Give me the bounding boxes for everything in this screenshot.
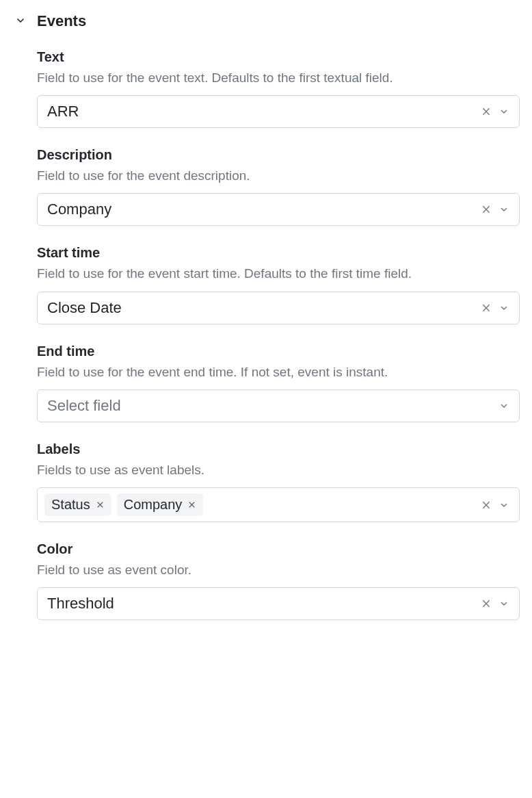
- field-label-color: Color: [37, 541, 520, 557]
- select-text-value: ARR: [47, 103, 79, 120]
- clear-icon[interactable]: [481, 204, 492, 215]
- field-group-labels: Labels Fields to use as event labels. St…: [37, 441, 520, 522]
- select-labels-controls: [481, 500, 509, 511]
- select-description-value: Company: [47, 201, 111, 218]
- chevron-down-icon: [15, 15, 26, 29]
- events-section: Events Text Field to use for the event t…: [12, 11, 520, 639]
- section-body: Events Text Field to use for the event t…: [37, 11, 520, 639]
- chevron-down-icon[interactable]: [498, 500, 509, 511]
- field-label-description: Description: [37, 147, 520, 163]
- section-collapse-toggle[interactable]: [12, 11, 37, 29]
- select-start-time-controls: [481, 303, 509, 313]
- field-label-labels: Labels: [37, 441, 520, 457]
- tag-company: Company: [117, 493, 204, 516]
- field-group-start-time: Start time Field to use for the event st…: [37, 245, 520, 324]
- select-text[interactable]: ARR: [37, 95, 520, 128]
- chevron-down-icon[interactable]: [498, 303, 509, 313]
- clear-icon[interactable]: [481, 303, 492, 313]
- field-group-description: Description Field to use for the event d…: [37, 147, 520, 226]
- clear-icon[interactable]: [481, 500, 492, 511]
- select-description[interactable]: Company: [37, 193, 520, 226]
- field-label-text: Text: [37, 49, 520, 65]
- clear-icon[interactable]: [481, 106, 492, 117]
- field-help-text: Field to use for the event text. Default…: [37, 69, 520, 87]
- field-group-color: Color Field to use as event color. Thres…: [37, 541, 520, 620]
- tag-remove-icon[interactable]: [187, 500, 196, 509]
- tag-status: Status: [44, 493, 111, 516]
- select-start-time-value: Close Date: [47, 299, 122, 317]
- field-group-text: Text Field to use for the event text. De…: [37, 49, 520, 128]
- select-start-time[interactable]: Close Date: [37, 292, 520, 324]
- select-color-value: Threshold: [47, 595, 114, 613]
- field-help-start-time: Field to use for the event start time. D…: [37, 265, 520, 283]
- select-end-time-controls: [498, 400, 509, 411]
- tag-remove-icon[interactable]: [96, 500, 105, 509]
- select-end-time[interactable]: Select field: [37, 389, 520, 422]
- field-help-color: Field to use as event color.: [37, 561, 520, 579]
- select-text-controls: [481, 106, 509, 117]
- tag-label: Company: [124, 497, 183, 513]
- section-title: Events: [37, 12, 520, 30]
- chevron-down-icon[interactable]: [498, 106, 509, 117]
- tag-label: Status: [51, 497, 90, 513]
- select-color-controls: [481, 598, 509, 609]
- chevron-down-icon[interactable]: [498, 400, 509, 411]
- chevron-down-icon[interactable]: [498, 204, 509, 215]
- chevron-down-icon[interactable]: [498, 598, 509, 609]
- tags-container: Status Company: [44, 493, 481, 516]
- field-help-labels: Fields to use as event labels.: [37, 461, 520, 479]
- field-group-end-time: End time Field to use for the event end …: [37, 344, 520, 422]
- select-description-controls: [481, 204, 509, 215]
- select-labels[interactable]: Status Company: [37, 487, 520, 522]
- clear-icon[interactable]: [481, 598, 492, 609]
- field-help-end-time: Field to use for the event end time. If …: [37, 363, 520, 381]
- select-color[interactable]: Threshold: [37, 587, 520, 620]
- field-label-end-time: End time: [37, 344, 520, 359]
- field-label-start-time: Start time: [37, 245, 520, 261]
- field-help-description: Field to use for the event description.: [37, 167, 520, 185]
- select-end-time-placeholder: Select field: [47, 397, 121, 415]
